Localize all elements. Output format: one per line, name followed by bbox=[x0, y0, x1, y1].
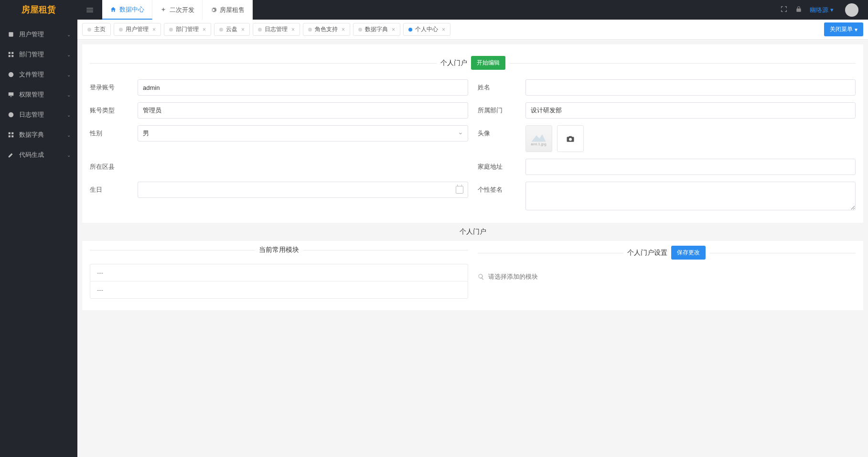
dept-input[interactable] bbox=[525, 102, 856, 119]
sidebar-label: 代码生成 bbox=[19, 151, 44, 159]
sidebar-label: 日志管理 bbox=[19, 110, 44, 119]
chevron-down-icon: ⌄ bbox=[67, 32, 71, 37]
sidebar-toggle[interactable] bbox=[77, 0, 102, 20]
chevron-down-icon: ⌄ bbox=[67, 132, 71, 138]
sidebar-item-file[interactable]: 文件管理 ⌄ bbox=[0, 65, 77, 85]
close-icon[interactable]: × bbox=[152, 26, 156, 33]
chevron-down-icon: ⌄ bbox=[67, 152, 71, 158]
close-icon[interactable]: × bbox=[342, 26, 345, 33]
chart-icon bbox=[8, 111, 14, 118]
page-tab[interactable]: 用户管理× bbox=[114, 23, 161, 36]
top-tab-secondary-dev[interactable]: 二次开发 bbox=[152, 0, 203, 20]
svg-rect-2 bbox=[11, 52, 13, 54]
grid-icon bbox=[8, 131, 14, 138]
top-tab-data-center[interactable]: 数据中心 bbox=[102, 0, 152, 20]
sidebar-item-codegen[interactable]: 代码生成 ⌄ bbox=[0, 145, 77, 165]
user-avatar[interactable] bbox=[845, 3, 858, 17]
user-icon bbox=[8, 31, 14, 38]
close-menu-label: 关闭菜单 bbox=[830, 25, 853, 33]
tab-status-dot-icon bbox=[358, 28, 362, 32]
name-input[interactable] bbox=[525, 79, 856, 96]
grid-icon bbox=[8, 51, 14, 58]
page-tab[interactable]: 主页 bbox=[82, 23, 111, 36]
page-tab-label: 日志管理 bbox=[265, 25, 288, 33]
chevron-down-icon: ⌄ bbox=[67, 52, 71, 57]
page-tab-label: 云盘 bbox=[226, 25, 237, 33]
signature-textarea[interactable] bbox=[525, 182, 856, 210]
login-input[interactable] bbox=[138, 79, 468, 96]
fullscreen-icon[interactable] bbox=[780, 5, 788, 14]
gender-select[interactable] bbox=[138, 125, 468, 141]
page-tab[interactable]: 部门管理× bbox=[164, 23, 211, 36]
sidebar-label: 权限管理 bbox=[19, 90, 44, 99]
tab-status-dot-icon bbox=[169, 28, 173, 32]
top-tabs: 数据中心 二次开发 房屋租售 bbox=[102, 0, 253, 20]
page-tab-label: 个人中心 bbox=[415, 25, 438, 33]
module-row[interactable]: --- bbox=[90, 264, 468, 282]
close-icon[interactable]: × bbox=[203, 26, 206, 33]
module-list: --- --- bbox=[90, 264, 468, 299]
chevron-down-icon: ⌄ bbox=[67, 92, 71, 98]
sidebar: 用户管理 ⌄ 部门管理 ⌄ 文件管理 ⌄ 权限管理 ⌄ 日志管理 ⌄ 数据字典 … bbox=[0, 20, 77, 457]
search-icon bbox=[478, 273, 484, 280]
module-search[interactable] bbox=[478, 269, 856, 284]
avatar-thumbnail[interactable]: ami.1.jpg bbox=[525, 125, 552, 152]
top-tab-label: 房屋租售 bbox=[220, 6, 245, 14]
pencil-icon bbox=[8, 152, 14, 158]
chevron-down-icon: ▾ bbox=[830, 6, 834, 13]
birthday-label: 生日 bbox=[90, 182, 128, 194]
globe-icon bbox=[8, 71, 14, 78]
address-input[interactable] bbox=[525, 159, 856, 175]
page-tab-label: 角色支持 bbox=[315, 25, 338, 33]
birthday-input[interactable] bbox=[138, 182, 468, 198]
page-tabs: 主页用户管理×部门管理×云盘×日志管理×角色支持×数据字典×个人中心× 关闭菜单… bbox=[77, 20, 868, 40]
close-icon[interactable]: × bbox=[241, 26, 245, 33]
module-search-input[interactable] bbox=[488, 273, 856, 280]
user-name: 幽络源 bbox=[810, 6, 828, 14]
gear-icon bbox=[210, 7, 217, 13]
profile-panel: 个人门户 开始编辑 登录账号 姓名 账号类型 所属部门 性别 头像 bbox=[82, 44, 863, 310]
page-tab[interactable]: 角色支持× bbox=[303, 23, 350, 36]
start-edit-button[interactable]: 开始编辑 bbox=[471, 56, 505, 70]
top-tab-house-rent[interactable]: 房屋租售 bbox=[203, 0, 253, 20]
avatar-upload-button[interactable] bbox=[557, 125, 584, 152]
close-icon[interactable]: × bbox=[442, 26, 445, 33]
sidebar-item-dict[interactable]: 数据字典 ⌄ bbox=[0, 125, 77, 145]
close-menu-button[interactable]: 关闭菜单 ▾ bbox=[824, 22, 863, 36]
module-row[interactable]: --- bbox=[90, 282, 468, 298]
svg-rect-9 bbox=[9, 132, 11, 134]
chevron-down-icon: ⌄ bbox=[67, 72, 71, 77]
sidebar-item-log[interactable]: 日志管理 ⌄ bbox=[0, 105, 77, 125]
sidebar-item-permission[interactable]: 权限管理 ⌄ bbox=[0, 85, 77, 105]
tab-status-dot-icon bbox=[258, 28, 262, 32]
profile-form: 登录账号 姓名 账号类型 所属部门 性别 头像 ami.1.jpg bbox=[90, 79, 856, 210]
sidebar-label: 文件管理 bbox=[19, 70, 44, 79]
page-tab[interactable]: 日志管理× bbox=[253, 23, 300, 36]
signature-label: 个性签名 bbox=[478, 182, 516, 194]
type-input[interactable] bbox=[138, 102, 468, 119]
page-tab[interactable]: 云盘× bbox=[214, 23, 250, 36]
name-label: 姓名 bbox=[478, 79, 516, 92]
close-icon[interactable]: × bbox=[392, 26, 395, 33]
hamburger-icon bbox=[86, 6, 94, 14]
user-menu[interactable]: 幽络源 ▾ bbox=[810, 6, 834, 14]
dept-label: 所属部门 bbox=[478, 102, 516, 115]
sidebar-item-dept[interactable]: 部门管理 ⌄ bbox=[0, 44, 77, 65]
page-tab[interactable]: 个人中心× bbox=[403, 23, 450, 36]
home-icon bbox=[110, 6, 117, 13]
image-placeholder-icon bbox=[532, 131, 546, 142]
save-changes-button[interactable]: 保存更改 bbox=[671, 246, 706, 260]
chevron-down-icon: ⌄ bbox=[67, 112, 71, 118]
page-tab-label: 主页 bbox=[94, 25, 106, 33]
svg-rect-1 bbox=[9, 52, 11, 54]
camera-icon bbox=[566, 134, 575, 143]
sidebar-item-user[interactable]: 用户管理 ⌄ bbox=[0, 24, 77, 44]
close-icon[interactable]: × bbox=[291, 26, 295, 33]
lock-icon[interactable] bbox=[795, 6, 802, 14]
sidebar-label: 部门管理 bbox=[19, 50, 44, 59]
chevron-down-icon: ▾ bbox=[855, 26, 857, 33]
svg-rect-12 bbox=[11, 135, 13, 137]
svg-rect-6 bbox=[9, 92, 14, 96]
svg-rect-7 bbox=[10, 97, 12, 97]
page-tab[interactable]: 数据字典× bbox=[353, 23, 400, 36]
